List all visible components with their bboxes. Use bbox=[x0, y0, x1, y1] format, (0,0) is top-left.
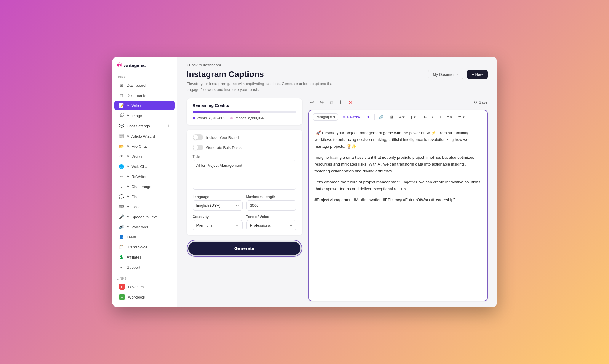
words-value: 2,816,415 bbox=[209, 116, 224, 120]
highlight-button[interactable]: ▮ ▾ bbox=[409, 114, 418, 120]
stop-button[interactable]: ⊘ bbox=[347, 98, 354, 106]
sidebar-item-label: AI Article Wizard bbox=[127, 134, 155, 139]
new-button[interactable]: + New bbox=[467, 70, 487, 79]
generate-btn-wrapper: Generate bbox=[187, 240, 302, 257]
sidebar-item-label: AI Chat bbox=[127, 195, 140, 199]
logo: ♾ writegenic bbox=[117, 62, 146, 69]
top-bar: ‹ Back to dashboard Instagram Captions E… bbox=[177, 57, 497, 92]
sidebar-item-documents[interactable]: ◻ Documents bbox=[114, 91, 175, 100]
my-documents-button[interactable]: My Documents bbox=[428, 70, 464, 79]
sidebar-item-ai-rewriter[interactable]: ✏ AI ReWriter bbox=[114, 172, 175, 181]
creativity-tone-row: Creativity Premium Standard Creative Ton… bbox=[193, 215, 296, 230]
title-group: Title bbox=[193, 155, 296, 191]
sparkle-button[interactable]: ✦ bbox=[365, 114, 372, 120]
language-label: Language bbox=[193, 195, 243, 199]
sidebar-item-workbook[interactable]: W Workbook bbox=[114, 292, 175, 302]
sidebar-item-favorites[interactable]: F Favorites bbox=[114, 282, 175, 292]
words-label: Words bbox=[197, 116, 207, 120]
tone-group: Tone of Voice Professional Casual Friend… bbox=[246, 215, 296, 230]
sidebar-item-ai-file-chat[interactable]: 📂 AI File Chat bbox=[114, 142, 175, 151]
include-brand-label: Include Your Brand bbox=[206, 135, 239, 140]
sidebar-item-chat-settings[interactable]: 💬 Chat Settings + bbox=[114, 121, 175, 131]
images-dot bbox=[230, 117, 233, 119]
underline-button[interactable]: U bbox=[437, 114, 443, 120]
sidebar-item-ai-vision[interactable]: 👁 AI Vision bbox=[114, 152, 175, 161]
sidebar-item-label: AI Writer bbox=[127, 103, 142, 108]
sidebar-item-label: Affiliates bbox=[127, 255, 141, 259]
images-value: 2,999,966 bbox=[248, 116, 264, 120]
title-input[interactable] bbox=[193, 160, 296, 190]
affiliates-icon: 💲 bbox=[119, 255, 124, 259]
sidebar-item-affiliates[interactable]: 💲 Affiliates bbox=[114, 252, 175, 262]
toolbar-right[interactable]: ↻ Save bbox=[474, 100, 488, 105]
numbered-list-button[interactable]: ≣ ▾ bbox=[456, 114, 466, 120]
left-panel: Remaining Credits Words 2,816,415 Images bbox=[187, 98, 302, 301]
ai-code-icon: ⌨ bbox=[119, 204, 124, 209]
download-button[interactable]: ⬇ bbox=[337, 98, 344, 106]
sidebar-item-ai-chat[interactable]: 💭 AI Chat bbox=[114, 192, 175, 201]
sidebar-item-label: AI ReWriter bbox=[127, 174, 147, 179]
back-link[interactable]: ‹ Back to dashboard bbox=[187, 63, 488, 67]
sidebar-item-ai-web-chat[interactable]: 🌐 AI Web Chat bbox=[114, 162, 175, 171]
text-color-button[interactable]: A ▾ bbox=[397, 114, 407, 120]
page-header: Instagram Captions Elevate your Instagra… bbox=[187, 70, 488, 92]
sidebar-item-ai-article-wizard[interactable]: 📰 AI Article Wizard bbox=[114, 132, 175, 141]
rewrite-button[interactable]: ✏ Rewrite bbox=[340, 114, 362, 120]
creativity-select[interactable]: Premium Standard Creative bbox=[193, 220, 243, 230]
credits-bar bbox=[193, 111, 296, 113]
ai-speech-icon: 🎤 bbox=[119, 214, 124, 219]
italic-button[interactable]: I bbox=[431, 114, 435, 120]
divider bbox=[374, 114, 375, 120]
credits-card: Remaining Credits Words 2,816,415 Images bbox=[187, 98, 302, 125]
creativity-label: Creativity bbox=[193, 215, 243, 219]
sidebar-item-label: Team bbox=[127, 235, 136, 239]
max-length-label: Maximum Length bbox=[246, 195, 296, 199]
back-link-text: Back to dashboard bbox=[189, 63, 221, 67]
editor-top-toolbar: ↩ ↪ ⧉ ⬇ ⊘ ↻ Save bbox=[308, 98, 488, 106]
pencil-icon: ✏ bbox=[343, 115, 346, 119]
sidebar-item-ai-writer[interactable]: 📝 AI Writer bbox=[114, 101, 175, 110]
sidebar-item-ai-chat-image[interactable]: 🗨 AI Chat Image bbox=[114, 182, 175, 191]
sidebar-item-dashboard[interactable]: ⊞ Dashboard bbox=[114, 81, 175, 90]
favorites-avatar: F bbox=[119, 284, 125, 290]
sidebar-item-support[interactable]: ● Support bbox=[114, 262, 175, 272]
sidebar-item-label: Support bbox=[127, 265, 140, 270]
ai-article-wizard-icon: 📰 bbox=[119, 134, 124, 139]
editor-content[interactable]: "🚀 Elevate your project management game … bbox=[309, 124, 487, 301]
sidebar-item-ai-image[interactable]: 🖼 AI Image bbox=[114, 111, 175, 120]
ai-chat-icon: 💭 bbox=[119, 194, 124, 199]
paragraph-select[interactable]: Paragraph ▾ bbox=[313, 113, 338, 121]
sidebar-item-label: AI Chat Image bbox=[127, 185, 151, 189]
sidebar-item-ai-voiceover[interactable]: 🔊 AI Voiceover bbox=[114, 222, 175, 232]
image-button[interactable]: 🖼 bbox=[388, 114, 395, 120]
max-length-input[interactable] bbox=[246, 200, 296, 211]
right-panel: ↩ ↪ ⧉ ⬇ ⊘ ↻ Save Paragraph bbox=[308, 98, 488, 301]
sidebar-item-team[interactable]: 👤 Team bbox=[114, 232, 175, 242]
hashtags-paragraph: #ProjectManagement #AI #Innovation #Effi… bbox=[315, 197, 481, 203]
tone-select[interactable]: Professional Casual Friendly bbox=[246, 220, 296, 230]
redo-button[interactable]: ↪ bbox=[318, 98, 325, 106]
generate-button[interactable]: Generate bbox=[188, 242, 300, 255]
sidebar-item-brand-voice[interactable]: 📋 Brand Voice bbox=[114, 242, 175, 252]
bulk-posts-toggle[interactable] bbox=[193, 145, 203, 150]
chat-settings-plus[interactable]: + bbox=[167, 123, 170, 129]
link-button[interactable]: 🔗 bbox=[377, 114, 385, 120]
page-subtitle: Elevate your Instagram game with captiva… bbox=[187, 81, 335, 92]
language-select[interactable]: English (USA) Spanish French bbox=[193, 200, 243, 211]
include-brand-toggle[interactable] bbox=[193, 134, 203, 140]
copy-button[interactable]: ⧉ bbox=[328, 99, 335, 106]
collapse-button[interactable]: ‹ bbox=[168, 62, 172, 69]
undo-button[interactable]: ↩ bbox=[308, 98, 316, 106]
paragraph-label: Paragraph bbox=[316, 115, 332, 119]
sidebar-item-ai-speech-to-text[interactable]: 🎤 AI Speech to Text bbox=[114, 212, 175, 222]
ai-voiceover-icon: 🔊 bbox=[119, 225, 124, 229]
bulk-posts-label: Generate Bulk Posts bbox=[206, 145, 242, 150]
sidebar-item-label: Dashboard bbox=[127, 83, 146, 88]
workbook-label: Workbook bbox=[128, 295, 145, 299]
rewrite-label: Rewrite bbox=[347, 115, 360, 119]
bold-button[interactable]: B bbox=[423, 114, 428, 120]
chat-settings-icon: 💬 bbox=[119, 124, 124, 128]
app-name: writegenic bbox=[124, 63, 146, 68]
sidebar-item-ai-code[interactable]: ⌨ AI Code bbox=[114, 202, 175, 211]
bullet-list-button[interactable]: ≡ ▾ bbox=[445, 114, 454, 120]
